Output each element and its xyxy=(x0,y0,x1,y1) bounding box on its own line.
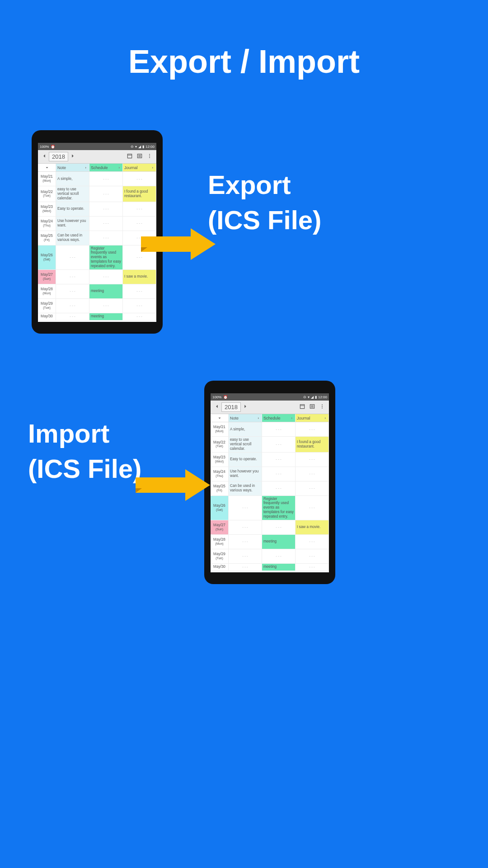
date-cell[interactable]: May/21(Mon) xyxy=(211,422,229,436)
note-column-header[interactable]: Note xyxy=(56,164,89,171)
journal-cell[interactable]: - - - xyxy=(296,535,329,549)
date-cell[interactable]: May/26(Sat) xyxy=(38,245,56,269)
table-row: May/22(Tue)easy to use vertical scroll c… xyxy=(211,437,329,453)
date-cell[interactable]: May/30 xyxy=(211,564,229,571)
date-cell[interactable]: May/29(Tue) xyxy=(38,299,56,313)
journal-cell[interactable]: - - - xyxy=(123,202,156,216)
date-cell[interactable]: May/24(Thu) xyxy=(38,217,56,231)
note-cell[interactable]: - - - xyxy=(56,284,89,298)
journal-cell[interactable]: - - - xyxy=(296,422,329,436)
prev-button[interactable] xyxy=(212,403,221,411)
date-cell[interactable]: May/23(Wed) xyxy=(38,202,56,216)
journal-cell[interactable]: - - - xyxy=(123,299,156,313)
calendar-icon[interactable] xyxy=(125,153,135,160)
journal-cell[interactable]: I saw a movie. xyxy=(296,520,329,534)
journal-cell[interactable]: I found a good restaurant. xyxy=(123,186,156,202)
date-cell[interactable]: May/27(Sun) xyxy=(38,270,56,284)
schedule-cell[interactable]: - - - xyxy=(262,453,296,467)
note-cell[interactable]: - - - xyxy=(229,535,262,549)
schedule-cell[interactable]: - - - xyxy=(262,481,296,495)
collapse-toggle[interactable] xyxy=(38,164,56,171)
note-cell[interactable]: - - - xyxy=(56,299,89,313)
journal-column-header[interactable]: Journal xyxy=(123,164,156,171)
date-cell[interactable]: May/30 xyxy=(38,313,56,320)
dnd-icon: ⊖ xyxy=(131,145,134,149)
overflow-menu-icon[interactable] xyxy=(145,153,155,160)
note-cell[interactable]: Use however you want. xyxy=(229,467,262,481)
journal-cell[interactable]: I saw a movie. xyxy=(123,270,156,284)
list-icon[interactable] xyxy=(135,153,145,160)
note-cell[interactable]: - - - xyxy=(229,549,262,563)
note-cell[interactable]: easy to use vertical scroll calendar. xyxy=(229,437,262,452)
note-cell[interactable]: - - - xyxy=(229,520,262,534)
journal-cell[interactable]: - - - xyxy=(123,313,156,320)
note-cell[interactable]: Use however you want. xyxy=(56,217,89,231)
date-cell[interactable]: May/21(Mon) xyxy=(38,172,56,186)
next-button[interactable] xyxy=(68,153,77,160)
note-cell[interactable]: easy to use vertical scroll calendar. xyxy=(56,186,89,202)
column-header-row: Note Schedule Journal xyxy=(38,164,156,172)
note-cell[interactable]: - - - xyxy=(229,564,262,571)
journal-cell[interactable]: - - - xyxy=(296,564,329,571)
note-cell[interactable]: Easy to operate. xyxy=(56,202,89,216)
schedule-cell[interactable]: meeting xyxy=(262,535,296,549)
note-cell[interactable]: - - - xyxy=(56,245,89,269)
schedule-cell[interactable]: - - - xyxy=(262,437,296,452)
year-selector[interactable]: 2018 xyxy=(221,402,241,412)
note-column-header[interactable]: Note xyxy=(229,414,262,422)
next-button[interactable] xyxy=(241,403,250,411)
date-cell[interactable]: May/29(Tue) xyxy=(211,549,229,563)
note-cell[interactable]: - - - xyxy=(56,270,89,284)
journal-cell[interactable]: - - - xyxy=(296,496,329,520)
date-cell[interactable]: May/23(Wed) xyxy=(211,453,229,467)
date-cell[interactable]: May/28(Mon) xyxy=(38,284,56,298)
import-arrow-icon xyxy=(136,469,221,501)
schedule-cell[interactable]: - - - xyxy=(262,520,296,534)
schedule-cell[interactable]: - - - xyxy=(262,467,296,481)
note-cell[interactable]: A simple, xyxy=(56,172,89,186)
journal-cell[interactable]: - - - xyxy=(296,453,329,467)
schedule-cell[interactable]: Register frequently used events as templ… xyxy=(262,496,296,520)
date-cell[interactable]: May/22(Tue) xyxy=(211,437,229,452)
schedule-cell[interactable]: Register frequently used events as templ… xyxy=(89,245,123,269)
schedule-column-header[interactable]: Schedule xyxy=(89,164,123,171)
table-row: May/25(Fri)Can be used in various ways.-… xyxy=(38,231,156,245)
journal-cell[interactable]: - - - xyxy=(296,481,329,495)
date-cell[interactable]: May/27(Sun) xyxy=(211,520,229,534)
schedule-column-header[interactable]: Schedule xyxy=(262,414,296,422)
journal-cell[interactable]: - - - xyxy=(296,549,329,563)
journal-cell[interactable]: - - - xyxy=(296,467,329,481)
overflow-menu-icon[interactable] xyxy=(317,403,327,411)
schedule-cell[interactable]: meeting xyxy=(89,284,123,298)
journal-column-header[interactable]: Journal xyxy=(296,414,329,422)
schedule-cell[interactable]: meeting xyxy=(262,564,296,571)
calendar-icon[interactable] xyxy=(297,403,307,411)
date-cell[interactable]: May/28(Mon) xyxy=(211,535,229,549)
schedule-cell[interactable]: - - - xyxy=(89,172,123,186)
schedule-cell[interactable]: - - - xyxy=(89,299,123,313)
schedule-cell[interactable]: - - - xyxy=(89,186,123,202)
journal-cell[interactable]: - - - xyxy=(123,284,156,298)
schedule-cell[interactable]: - - - xyxy=(89,270,123,284)
schedule-cell[interactable]: - - - xyxy=(89,217,123,231)
schedule-cell[interactable]: - - - xyxy=(262,422,296,436)
year-selector[interactable]: 2018 xyxy=(49,152,68,161)
note-cell[interactable]: Easy to operate. xyxy=(229,453,262,467)
date-cell[interactable]: May/25(Fri) xyxy=(38,231,56,245)
prev-button[interactable] xyxy=(40,153,49,160)
journal-cell[interactable]: I found a good restaurant. xyxy=(296,437,329,452)
table-row: May/26(Sat)- - -Register frequently used… xyxy=(211,496,329,520)
journal-cell[interactable]: - - - xyxy=(123,172,156,186)
schedule-cell[interactable]: meeting xyxy=(89,313,123,320)
list-icon[interactable] xyxy=(307,403,317,411)
date-cell[interactable]: May/22(Tue) xyxy=(38,186,56,202)
note-cell[interactable]: Can be used in various ways. xyxy=(229,481,262,495)
note-cell[interactable]: A simple, xyxy=(229,422,262,436)
schedule-cell[interactable]: - - - xyxy=(89,231,123,245)
note-cell[interactable]: - - - xyxy=(56,313,89,320)
note-cell[interactable]: - - - xyxy=(229,496,262,520)
schedule-cell[interactable]: - - - xyxy=(89,202,123,216)
schedule-cell[interactable]: - - - xyxy=(262,549,296,563)
note-cell[interactable]: Can be used in various ways. xyxy=(56,231,89,245)
collapse-toggle[interactable] xyxy=(211,414,229,422)
